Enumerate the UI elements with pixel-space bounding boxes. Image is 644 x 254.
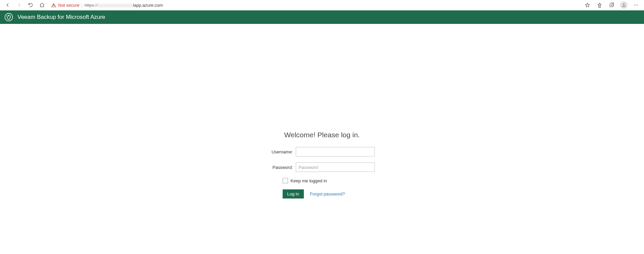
url-display: https://xxxxxxxxxxxxxxlapp.azure.com xyxy=(84,3,163,8)
login-panel: Welcome! Please log in. Username: Passwo… xyxy=(0,24,644,198)
warning-icon xyxy=(51,3,56,8)
password-row: Password: xyxy=(270,162,375,172)
keep-logged-label: Keep me logged in xyxy=(291,178,327,183)
app-header: Veeam Backup for Microsoft Azure xyxy=(0,10,644,24)
password-input[interactable] xyxy=(296,162,375,172)
login-actions: Log in Forgot password? xyxy=(283,189,388,198)
home-button[interactable] xyxy=(36,0,48,10)
password-label: Password: xyxy=(270,165,293,170)
svg-point-1 xyxy=(623,3,625,5)
forward-button[interactable] xyxy=(13,0,25,10)
svg-point-4 xyxy=(637,5,638,5)
keep-logged-checkbox[interactable] xyxy=(283,178,288,183)
svg-point-3 xyxy=(636,5,636,5)
back-button[interactable] xyxy=(2,0,13,10)
app-logo-icon xyxy=(4,12,13,22)
separator: | xyxy=(81,3,82,8)
username-label: Username: xyxy=(270,149,293,154)
refresh-button[interactable] xyxy=(25,0,36,10)
address-bar[interactable]: Not secure | https://xxxxxxxxxxxxxxlapp.… xyxy=(50,0,579,10)
favorites-list-icon[interactable] xyxy=(594,0,606,10)
keep-logged-row: Keep me logged in xyxy=(283,178,388,183)
welcome-heading: Welcome! Please log in. xyxy=(284,131,360,139)
collections-icon[interactable] xyxy=(606,0,618,10)
more-icon[interactable] xyxy=(630,0,642,10)
favorite-icon[interactable] xyxy=(581,0,594,10)
username-input[interactable] xyxy=(296,147,375,156)
username-row: Username: xyxy=(270,147,375,156)
security-label: Not secure xyxy=(58,3,79,8)
svg-point-5 xyxy=(5,13,13,21)
forgot-password-link[interactable]: Forgot password? xyxy=(310,191,345,196)
app-title: Veeam Backup for Microsoft Azure xyxy=(17,14,105,21)
login-button[interactable]: Log in xyxy=(283,189,304,198)
browser-toolbar: Not secure | https://xxxxxxxxxxxxxxlapp.… xyxy=(0,0,644,10)
svg-point-2 xyxy=(634,5,635,5)
browser-right-controls xyxy=(581,0,642,10)
profile-avatar[interactable] xyxy=(618,0,630,10)
